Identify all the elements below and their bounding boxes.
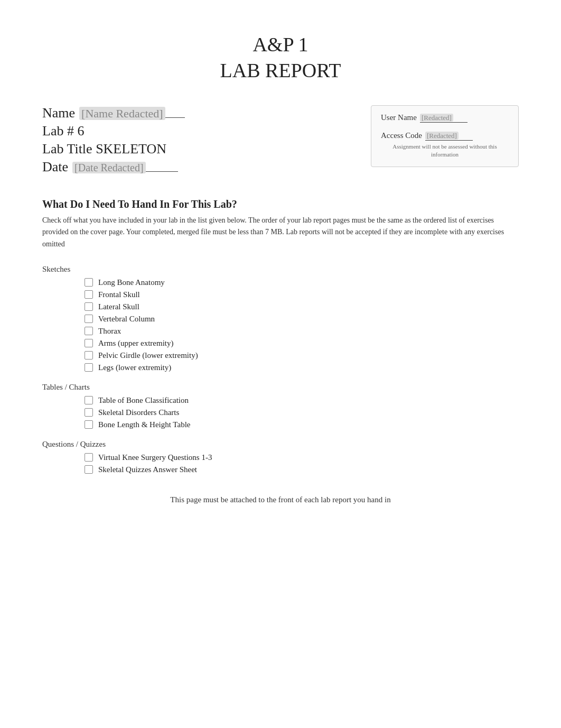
list-item: Thorax: [85, 327, 519, 336]
tables-label: Tables / Charts: [42, 383, 519, 392]
list-item: Bone Length & Height Table: [85, 420, 519, 429]
date-label: Date: [42, 159, 68, 175]
name-row: Name [Name Redacted]: [42, 105, 371, 121]
questions-list: Virtual Knee Surgery Questions 1-3 Skele…: [85, 453, 519, 474]
right-info-box: User Name [Redacted] Access Code [Redact…: [371, 105, 519, 167]
checkbox[interactable]: [85, 363, 93, 372]
list-item: Table of Bone Classification: [85, 396, 519, 405]
access-code-value: [Redacted]: [425, 132, 459, 140]
name-underline: [Name Redacted]: [79, 105, 185, 118]
checkbox[interactable]: [85, 465, 93, 474]
list-item: Lateral Skull: [85, 302, 519, 311]
user-name-label: User Name: [381, 113, 417, 122]
checkbox[interactable]: [85, 351, 93, 360]
checkbox[interactable]: [85, 302, 93, 311]
checkbox[interactable]: [85, 339, 93, 347]
item-label: Arms (upper extremity): [98, 339, 173, 348]
checkbox[interactable]: [85, 278, 93, 287]
name-value: [Name Redacted]: [79, 107, 165, 120]
title-line2: LAB REPORT: [220, 59, 341, 81]
right-info-note: Assignment will not be assessed without …: [381, 143, 509, 159]
checkbox[interactable]: [85, 315, 93, 323]
access-code-label: Access Code: [381, 131, 422, 140]
item-label: Long Bone Anatomy: [98, 278, 165, 287]
list-item: Frontal Skull: [85, 290, 519, 299]
checkbox[interactable]: [85, 396, 93, 404]
item-label: Legs (lower extremity): [98, 363, 171, 372]
checkbox[interactable]: [85, 327, 93, 335]
sketches-list: Long Bone Anatomy Frontal Skull Lateral …: [85, 278, 519, 372]
checkbox[interactable]: [85, 290, 93, 299]
date-value: [Date Redacted]: [72, 162, 145, 173]
date-row: Date [Date Redacted]: [42, 159, 371, 175]
what-heading: What Do I Need To Hand In For This Lab?: [42, 198, 519, 210]
lab-label: Lab # 6: [42, 123, 84, 139]
list-item: Vertebral Column: [85, 315, 519, 324]
list-item: Skeletal Disorders Charts: [85, 408, 519, 417]
access-code-row: Access Code [Redacted]: [381, 131, 509, 141]
item-label: Skeletal Disorders Charts: [98, 408, 179, 417]
footer-note: This page must be attached to the front …: [42, 495, 519, 504]
item-label: Vertebral Column: [98, 315, 155, 324]
item-label: Table of Bone Classification: [98, 396, 189, 405]
user-name-row: User Name [Redacted]: [381, 113, 509, 123]
page-title: A&P 1 LAB REPORT: [42, 32, 519, 84]
title-section: A&P 1 LAB REPORT: [42, 32, 519, 84]
name-label: Name: [42, 105, 75, 121]
what-section: What Do I Need To Hand In For This Lab? …: [42, 198, 519, 250]
list-item: Pelvic Girdle (lower extremity): [85, 351, 519, 360]
list-item: Long Bone Anatomy: [85, 278, 519, 287]
checkbox[interactable]: [85, 420, 93, 429]
lab-title-label: Lab Title SKELETON: [42, 141, 166, 157]
list-item: Skeletal Quizzes Answer Sheet: [85, 465, 519, 474]
item-label: Lateral Skull: [98, 302, 139, 311]
checkbox[interactable]: [85, 453, 93, 462]
item-label: Pelvic Girdle (lower extremity): [98, 351, 198, 360]
lab-row: Lab # 6: [42, 123, 371, 139]
item-label: Skeletal Quizzes Answer Sheet: [98, 465, 197, 474]
what-description: Check off what you have included in your…: [42, 215, 519, 250]
lab-title-row: Lab Title SKELETON: [42, 141, 371, 157]
left-info: Name [Name Redacted] Lab # 6 Lab Title S…: [42, 105, 371, 177]
sketches-label: Sketches: [42, 265, 519, 274]
checkbox[interactable]: [85, 408, 93, 417]
item-label: Bone Length & Height Table: [98, 420, 190, 429]
list-item: Virtual Knee Surgery Questions 1-3: [85, 453, 519, 462]
date-underline: [Date Redacted]: [72, 159, 178, 172]
questions-label: Questions / Quizzes: [42, 440, 519, 449]
item-label: Frontal Skull: [98, 290, 140, 299]
item-label: Thorax: [98, 327, 121, 336]
access-code-underline: [Redacted]: [425, 131, 473, 141]
user-name-underline: [Redacted]: [420, 113, 467, 123]
tables-list: Table of Bone Classification Skeletal Di…: [85, 396, 519, 429]
title-line1: A&P 1: [253, 33, 308, 56]
user-name-value: [Redacted]: [420, 114, 453, 122]
info-section: Name [Name Redacted] Lab # 6 Lab Title S…: [42, 105, 519, 177]
page: A&P 1 LAB REPORT Name [Name Redacted] La…: [0, 0, 561, 728]
list-item: Arms (upper extremity): [85, 339, 519, 348]
list-item: Legs (lower extremity): [85, 363, 519, 372]
item-label: Virtual Knee Surgery Questions 1-3: [98, 453, 212, 462]
